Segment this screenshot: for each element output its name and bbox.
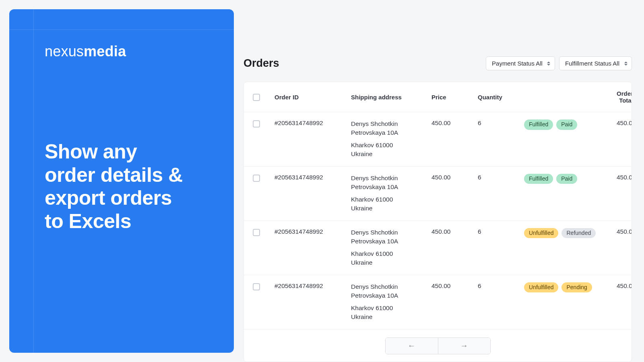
arrow-left-icon: ←	[408, 341, 416, 350]
cell-quantity: 6	[478, 282, 524, 290]
fulfillment-badge: Unfulfilled	[524, 228, 558, 239]
cell-total: 450.00	[617, 174, 632, 181]
cell-quantity: 6	[478, 119, 524, 127]
cell-price: 450.00	[431, 174, 478, 181]
payment-badge: Paid	[556, 119, 577, 130]
cell-shipping-name: Denys Shchotkin	[351, 282, 431, 291]
brand-bold: media	[84, 43, 126, 60]
filter-payment-status[interactable]: Payment Status All	[486, 56, 555, 70]
table-row: #2056314748992 Denys Shchotkin Petrovska…	[244, 112, 632, 167]
page-header: Orders Payment Status All Fulfillment St…	[244, 56, 632, 70]
cell-price: 450.00	[431, 282, 478, 290]
select-all-checkbox[interactable]	[253, 94, 260, 101]
arrow-right-icon: →	[460, 341, 468, 350]
row-checkbox[interactable]	[253, 120, 260, 128]
col-header-order-id: Order ID	[275, 94, 351, 101]
payment-badge: Pending	[561, 282, 592, 293]
cell-order-id: #2056314748992	[275, 119, 351, 127]
cell-shipping-name: Denys Shchotkin	[351, 119, 431, 128]
cell-shipping: Denys Shchotkin Petrovskaya 10A Kharkov …	[351, 119, 431, 159]
fulfillment-badge: Fulfilled	[524, 174, 553, 184]
hero-panel: nexusmedia Show any order details & expo…	[9, 9, 234, 353]
cell-shipping-city: Kharkov 61000	[351, 141, 431, 150]
brand-logo: nexusmedia	[45, 43, 198, 60]
cell-status: Unfulfilled Refunded	[524, 228, 617, 239]
chevron-sort-icon	[547, 61, 551, 66]
hero-line-2: order details &	[45, 164, 198, 187]
hero-line-1: Show any	[45, 140, 198, 164]
filter-fulfillment-status[interactable]: Fulfillment Status All	[559, 56, 632, 70]
col-header-shipping: Shipping address	[351, 94, 431, 101]
cell-shipping-street: Petrovskaya 10A	[351, 237, 431, 246]
filter-fulfillment-status-label: Fulfillment Status All	[565, 60, 619, 67]
filter-group: Payment Status All Fulfillment Status Al…	[486, 56, 632, 70]
cell-price: 450.00	[431, 119, 478, 127]
pagination-group: ← →	[385, 337, 491, 354]
cell-shipping-country: Ukraine	[351, 204, 431, 213]
table-row: #2056314748992 Denys Shchotkin Petrovska…	[244, 167, 632, 221]
hero-line-4: to Excels	[45, 210, 198, 233]
orders-table: Order ID Shipping address Price Quantity…	[244, 82, 632, 362]
cell-shipping-name: Denys Shchotkin	[351, 174, 431, 183]
cell-order-id: #2056314748992	[275, 228, 351, 235]
cell-status: Unfulfilled Pending	[524, 282, 617, 293]
cell-shipping-street: Petrovskaya 10A	[351, 128, 431, 137]
payment-badge: Paid	[556, 174, 577, 184]
brand-prefix: nexus	[45, 43, 84, 60]
cell-shipping-name: Denys Shchotkin	[351, 228, 431, 237]
row-checkbox[interactable]	[253, 283, 260, 290]
pagination-prev-button[interactable]: ←	[386, 338, 438, 354]
cell-shipping: Denys Shchotkin Petrovskaya 10A Kharkov …	[351, 282, 431, 322]
row-checkbox[interactable]	[253, 175, 260, 182]
col-header-quantity: Quantity	[478, 94, 524, 101]
cell-total: 450.00	[617, 282, 632, 290]
cell-shipping-country: Ukraine	[351, 258, 431, 267]
row-checkbox[interactable]	[253, 229, 260, 236]
fulfillment-badge: Unfulfilled	[524, 282, 558, 293]
filter-payment-status-label: Payment Status All	[492, 60, 543, 67]
table-row: #2056314748992 Denys Shchotkin Petrovska…	[244, 221, 632, 275]
col-header-total: Order Total	[617, 90, 632, 104]
cell-shipping-city: Kharkov 61000	[351, 249, 431, 258]
chevron-sort-icon	[624, 61, 627, 66]
cell-shipping-street: Petrovskaya 10A	[351, 291, 431, 300]
payment-badge: Refunded	[561, 228, 596, 239]
cell-order-id: #2056314748992	[275, 174, 351, 181]
cell-shipping-city: Kharkov 61000	[351, 304, 431, 313]
cell-shipping: Denys Shchotkin Petrovskaya 10A Kharkov …	[351, 228, 431, 267]
pagination-next-button[interactable]: →	[438, 338, 490, 354]
cell-status: Fulfilled Paid	[524, 119, 617, 130]
cell-quantity: 6	[478, 174, 524, 181]
cell-shipping-country: Ukraine	[351, 150, 431, 158]
cell-total: 450.00	[617, 228, 632, 235]
table-header-row: Order ID Shipping address Price Quantity…	[244, 82, 632, 112]
cell-shipping-city: Kharkov 61000	[351, 195, 431, 204]
col-header-price: Price	[431, 94, 478, 101]
page-title: Orders	[244, 57, 279, 70]
fulfillment-badge: Fulfilled	[524, 119, 553, 130]
main-content: Orders Payment Status All Fulfillment St…	[244, 56, 632, 362]
cell-status: Fulfilled Paid	[524, 174, 617, 184]
cell-shipping-street: Petrovskaya 10A	[351, 183, 431, 191]
cell-total: 450.00	[617, 119, 632, 127]
cell-shipping-country: Ukraine	[351, 313, 431, 321]
hero-line-3: export orders	[45, 187, 198, 210]
cell-price: 450.00	[431, 228, 478, 235]
pagination: ← →	[244, 329, 632, 362]
hero-headline: Show any order details & export orders t…	[45, 140, 198, 233]
table-row: #2056314748992 Denys Shchotkin Petrovska…	[244, 275, 632, 329]
cell-shipping: Denys Shchotkin Petrovskaya 10A Kharkov …	[351, 174, 431, 213]
cell-order-id: #2056314748992	[275, 282, 351, 290]
cell-quantity: 6	[478, 228, 524, 235]
